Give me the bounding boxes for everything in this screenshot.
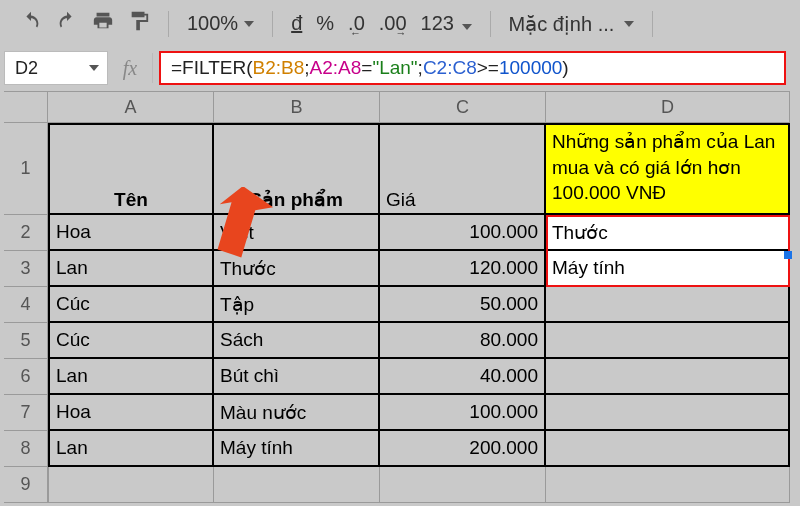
cell-b5[interactable]: Sách [214,323,380,359]
paint-format-icon[interactable] [128,10,150,37]
toolbar-divider [168,11,169,37]
cell-d4[interactable] [546,287,790,323]
row-header-8[interactable]: 8 [4,431,48,467]
row-header-2[interactable]: 2 [4,215,48,251]
font-name: Mặc định ... [509,12,615,36]
cell-a1[interactable]: Tên [48,123,214,215]
cell-b8[interactable]: Máy tính [214,431,380,467]
row-header-9[interactable]: 9 [4,467,48,503]
row-header-5[interactable]: 5 [4,323,48,359]
formula-bar[interactable]: =FILTER(B2:B8;A2:A8="Lan";C2:C8>=100000) [159,51,786,85]
cell-d9[interactable] [546,467,790,503]
toolbar-divider [272,11,273,37]
fx-divider [152,53,153,83]
chevron-down-icon [244,21,254,27]
cell-b6[interactable]: Bút chì [214,359,380,395]
row-header-1[interactable]: 1 [4,123,48,215]
zoom-select[interactable]: 100% [187,12,254,35]
select-all-corner[interactable] [4,91,48,123]
chevron-down-icon [89,65,99,71]
toolbar: 100% đ % .0← .00→ 123 Mặc định ... [0,0,800,51]
cell-a9[interactable] [48,467,214,503]
cell-b9[interactable] [214,467,380,503]
table-row: 4 Cúc Tập 50.000 [4,287,800,323]
column-header-d[interactable]: D [546,91,790,123]
table-row: 5 Cúc Sách 80.000 [4,323,800,359]
currency-format-button[interactable]: đ [291,12,302,35]
cell-b1[interactable]: Sản phẩm [214,123,380,215]
toolbar-divider [490,11,491,37]
row-header-3[interactable]: 3 [4,251,48,287]
cell-a6[interactable]: Lan [48,359,214,395]
fx-icon: fx [108,51,152,85]
cell-a4[interactable]: Cúc [48,287,214,323]
cell-d3[interactable]: Máy tính [546,251,790,287]
cell-c1[interactable]: Giá [380,123,546,215]
cell-d7[interactable] [546,395,790,431]
table-row: 6 Lan Bút chì 40.000 [4,359,800,395]
decrease-decimal-button[interactable]: .0← [348,12,365,35]
cell-c8[interactable]: 200.000 [380,431,546,467]
table-row: 1 Tên Sản phẩm Giá Những sản phẩm của La… [4,123,800,215]
toolbar-divider [652,11,653,37]
name-box-value: D2 [15,58,38,79]
spreadsheet-grid[interactable]: A B C D 1 Tên Sản phẩm Giá Những sản phẩ… [4,91,800,503]
cell-b2[interactable]: Viết [214,215,380,251]
cell-b7[interactable]: Màu nước [214,395,380,431]
table-row: 9 [4,467,800,503]
cell-c4[interactable]: 50.000 [380,287,546,323]
table-row: 2 Hoa Viết 100.000 Thước [4,215,800,251]
toolbar-history-group [20,10,150,37]
column-header-b[interactable]: B [214,91,380,123]
percent-format-button[interactable]: % [316,12,334,35]
font-select[interactable]: Mặc định ... [509,12,635,36]
cell-b3[interactable]: Thước [214,251,380,287]
table-row: 3 Lan Thước 120.000 Máy tính [4,251,800,287]
cell-a3[interactable]: Lan [48,251,214,287]
name-box[interactable]: D2 [4,51,108,85]
cell-d1[interactable]: Những sản phẩm của Lan mua và có giá lớn… [546,123,790,215]
increase-decimal-button[interactable]: .00→ [379,12,407,35]
row-header-6[interactable]: 6 [4,359,48,395]
more-formats-button[interactable]: 123 [421,12,472,35]
row-header-4[interactable]: 4 [4,287,48,323]
cell-d6[interactable] [546,359,790,395]
redo-icon[interactable] [56,10,78,37]
cell-a8[interactable]: Lan [48,431,214,467]
chevron-down-icon [462,24,472,30]
zoom-value: 100% [187,12,238,35]
table-row: 7 Hoa Màu nước 100.000 [4,395,800,431]
column-headers: A B C D [4,91,800,123]
cell-c3[interactable]: 120.000 [380,251,546,287]
cell-a7[interactable]: Hoa [48,395,214,431]
column-header-c[interactable]: C [380,91,546,123]
cell-a5[interactable]: Cúc [48,323,214,359]
row-header-7[interactable]: 7 [4,395,48,431]
cell-c6[interactable]: 40.000 [380,359,546,395]
cell-c9[interactable] [380,467,546,503]
cell-c7[interactable]: 100.000 [380,395,546,431]
table-row: 8 Lan Máy tính 200.000 [4,431,800,467]
cell-a2[interactable]: Hoa [48,215,214,251]
cell-d5[interactable] [546,323,790,359]
chevron-down-icon [624,21,634,27]
undo-icon[interactable] [20,10,42,37]
formula-row: D2 fx =FILTER(B2:B8;A2:A8="Lan";C2:C8>=1… [0,51,800,91]
cell-b4[interactable]: Tập [214,287,380,323]
cell-d2[interactable]: Thước [546,215,790,251]
cell-d8[interactable] [546,431,790,467]
print-icon[interactable] [92,10,114,37]
cell-c2[interactable]: 100.000 [380,215,546,251]
cell-c5[interactable]: 80.000 [380,323,546,359]
toolbar-format-group: đ % .0← .00→ 123 [291,12,471,35]
column-header-a[interactable]: A [48,91,214,123]
